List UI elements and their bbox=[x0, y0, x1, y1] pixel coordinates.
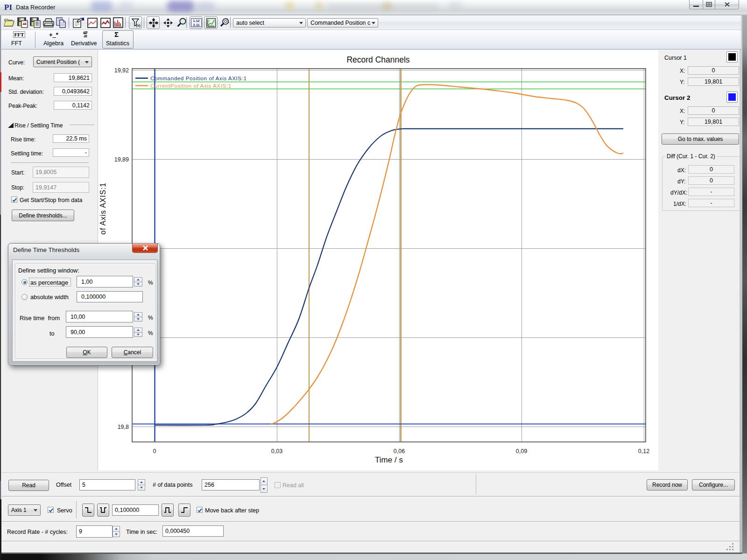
svg-text:of Axis AXIS:1: of Axis AXIS:1 bbox=[99, 182, 107, 235]
svg-text:19,89: 19,89 bbox=[114, 156, 129, 163]
svg-text:CurrentPosition of Axis AXIS:: CurrentPosition of Axis AXIS:1 bbox=[150, 83, 232, 89]
svg-text:Record Channels: Record Channels bbox=[346, 55, 409, 64]
svg-text:(x): (x) bbox=[136, 23, 141, 28]
svg-text:0,12: 0,12 bbox=[638, 448, 649, 455]
svg-text:Commanded Position of Axis AX: Commanded Position of Axis AXIS:1 bbox=[150, 75, 247, 81]
svg-text:0,06: 0,06 bbox=[394, 448, 405, 455]
svg-text:0,03: 0,03 bbox=[271, 448, 282, 455]
svg-text:0: 0 bbox=[153, 448, 156, 455]
svg-text:Time / s: Time / s bbox=[375, 455, 403, 464]
svg-text:19,8: 19,8 bbox=[118, 424, 129, 430]
svg-text:19,92: 19,92 bbox=[114, 67, 129, 74]
svg-text:0,09: 0,09 bbox=[516, 448, 527, 455]
